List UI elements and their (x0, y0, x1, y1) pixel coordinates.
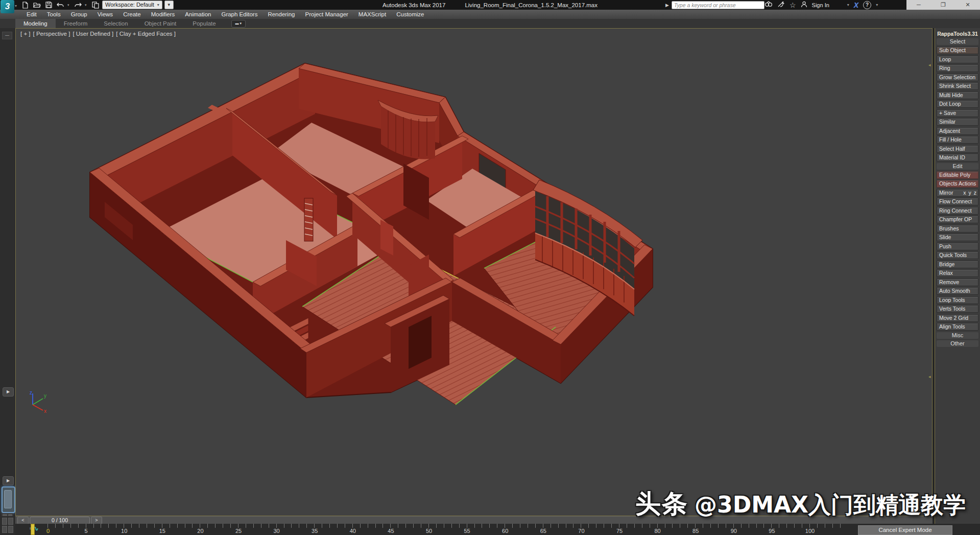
menu-item-edit[interactable]: Edit (21, 10, 42, 19)
ribbon-tab-populate[interactable]: Populate (184, 19, 224, 28)
sign-in-button[interactable]: Sign In (812, 2, 829, 8)
menu-item-views[interactable]: Views (92, 10, 118, 19)
layout-expand-button[interactable]: ▶ (3, 476, 14, 485)
help-caret-icon[interactable]: ▾ (876, 3, 878, 7)
undo-button[interactable] (56, 1, 65, 9)
ribbon-minimize-button[interactable]: ▬ ▾ (231, 20, 246, 28)
app-menu-caret-icon[interactable]: ▾ (15, 4, 17, 8)
mirror-axis-z[interactable]: z (974, 190, 976, 196)
rappatools-button-push[interactable]: Push (937, 243, 978, 250)
redo-dropdown-caret-icon[interactable]: ▾ (85, 3, 88, 7)
project-folder-button[interactable] (90, 1, 100, 9)
new-file-button[interactable] (20, 1, 30, 9)
rappatools-button-verts-tools[interactable]: Verts Tools (937, 305, 978, 313)
close-button[interactable]: ✕ (955, 0, 980, 10)
ribbon-collapsed-handle[interactable]: — (2, 32, 12, 39)
search-help-icon[interactable] (764, 1, 773, 10)
viewport-label-segment-1[interactable]: [ Perspective ] (33, 31, 70, 37)
rappatools-button-ring[interactable]: Ring (937, 64, 978, 72)
menu-item-modifiers[interactable]: Modifiers (146, 10, 180, 19)
rappatools-button-dot-loop[interactable]: Dot Loop (937, 100, 978, 108)
sign-in-caret-icon[interactable]: ▾ (847, 3, 849, 7)
viewport-3d-model[interactable] (15, 28, 933, 516)
workspace-dropdown[interactable]: Workspace: Default ▾ (102, 1, 162, 9)
ribbon-tab-object-paint[interactable]: Object Paint (136, 19, 185, 28)
rappatools-button-loop[interactable]: Loop (937, 56, 978, 63)
rappatools-section-select[interactable]: Select (937, 38, 978, 45)
menu-item-animation[interactable]: Animation (180, 10, 216, 19)
previous-frame-button[interactable]: < (17, 517, 29, 524)
panel-splitter-arrow-icon[interactable]: ◂ (928, 62, 931, 67)
viewport-label-segment-0[interactable]: [ + ] (20, 31, 31, 37)
container-expand-button[interactable]: ▶ (3, 387, 14, 397)
maximize-button[interactable]: ❐ (931, 0, 955, 10)
undo-dropdown-caret-icon[interactable]: ▾ (67, 3, 71, 7)
timeline-ruler[interactable]: 0510152025303540455055606570758085909510… (15, 524, 980, 535)
viewport-layout-tab-active[interactable] (2, 486, 15, 513)
rappatools-button-quick-tools[interactable]: Quick Tools (937, 251, 978, 259)
rappatools-button-select-half[interactable]: Select Half (937, 145, 978, 153)
rappatools-button-fill-hole[interactable]: Fill / Hole (937, 136, 978, 144)
menu-item-create[interactable]: Create (118, 10, 146, 19)
menu-item-group[interactable]: Group (66, 10, 92, 19)
next-frame-button[interactable]: > (91, 517, 102, 524)
rappatools-button-ring-connect[interactable]: Ring Connect (937, 207, 978, 215)
workspace-settings-button[interactable]: ▼ (164, 1, 174, 9)
ribbon-tab-selection[interactable]: Selection (95, 19, 136, 28)
rappatools-section-edit[interactable]: Edit (937, 163, 978, 170)
rappatools-button-brushes[interactable]: Brushes (937, 225, 978, 232)
rappatools-button-mirror[interactable]: Mirrorxyz (937, 189, 978, 197)
rappatools-button-remove[interactable]: Remove (937, 278, 978, 286)
save-button[interactable] (44, 1, 54, 9)
help-icon[interactable]: ? (863, 1, 871, 9)
rappatools-button-material-id[interactable]: Material ID (937, 154, 978, 161)
rappatools-button-relax[interactable]: Relax (937, 269, 978, 277)
menu-item-rendering[interactable]: Rendering (262, 10, 300, 19)
rappatools-button-similar[interactable]: Similar (937, 118, 978, 126)
rappatools-button-auto-smooth[interactable]: Auto Smooth (937, 287, 978, 295)
rappatools-section-misc[interactable]: Misc (937, 332, 978, 339)
rappatools-button-sub-object[interactable]: Sub Object (937, 46, 978, 54)
panel-splitter-arrow-icon[interactable]: ◂ (928, 374, 931, 379)
open-file-button[interactable] (32, 1, 42, 9)
rappatools-button-multi-hide[interactable]: Multi Hide (937, 91, 978, 99)
ribbon-tab-modeling[interactable]: Modeling (15, 19, 56, 28)
time-slider-frame-display[interactable]: 0 / 100 (30, 517, 90, 524)
viewport-label-segment-3[interactable]: [ Clay + Edged Faces ] (116, 31, 176, 37)
rappatools-button-grow-selection[interactable]: Grow Selection (937, 74, 978, 81)
rappatools-button-objects-actions[interactable]: Objects Actions (937, 180, 978, 188)
minimize-button[interactable]: ─ (906, 0, 931, 10)
rappatools-button-adjacent[interactable]: Adjacent (937, 127, 978, 135)
ribbon-tab-freeform[interactable]: Freeform (56, 19, 96, 28)
favorites-star-icon[interactable]: ☆ (790, 1, 796, 9)
menu-item-maxscript[interactable]: MAXScript (353, 10, 391, 19)
rappatools-button-champfer-op[interactable]: Champfer OP (937, 216, 978, 223)
menu-item-customize[interactable]: Customize (391, 10, 429, 19)
search-expander-icon[interactable]: ▶ (665, 3, 669, 8)
redo-button[interactable] (73, 1, 83, 9)
user-icon[interactable] (801, 1, 807, 10)
rappatools-button-shrink-select[interactable]: Shrink Select (937, 82, 978, 90)
app-logo-icon[interactable]: 3 (1, 0, 14, 13)
rappatools-section-other[interactable]: Other (937, 340, 978, 347)
time-marker[interactable] (31, 524, 35, 535)
search-input[interactable] (672, 1, 764, 9)
rappatools-button-slide[interactable]: Slide (937, 234, 978, 241)
viewport-layout-grid-button[interactable] (2, 518, 13, 533)
mirror-axis-y[interactable]: y (969, 190, 971, 196)
mirror-axis-x[interactable]: x (963, 190, 966, 196)
menu-item-graph-editors[interactable]: Graph Editors (216, 10, 262, 19)
menu-item-project-manager[interactable]: Project Manager (300, 10, 353, 19)
rappatools-button-save[interactable]: + Save (937, 109, 978, 117)
rappatools-button-move-2-grid[interactable]: Move 2 Grid (937, 314, 978, 322)
communication-center-icon[interactable] (777, 1, 785, 10)
autodesk-exchange-icon[interactable]: X (854, 1, 858, 9)
rappatools-button-bridge[interactable]: Bridge (937, 261, 978, 268)
rappatools-button-align-tools[interactable]: Align Tools (937, 323, 978, 331)
rappatools-button-loop-tools[interactable]: Loop Tools (937, 296, 978, 304)
viewport-label-segment-2[interactable]: [ User Defined ] (73, 31, 113, 37)
rappatools-button-editable-poly[interactable]: Editable Poly (937, 171, 978, 179)
rappatools-button-flow-connect[interactable]: Flow Connect (937, 198, 978, 205)
menu-item-tools[interactable]: Tools (42, 10, 66, 19)
cancel-expert-mode-button[interactable]: Cancel Expert Mode (858, 525, 952, 535)
